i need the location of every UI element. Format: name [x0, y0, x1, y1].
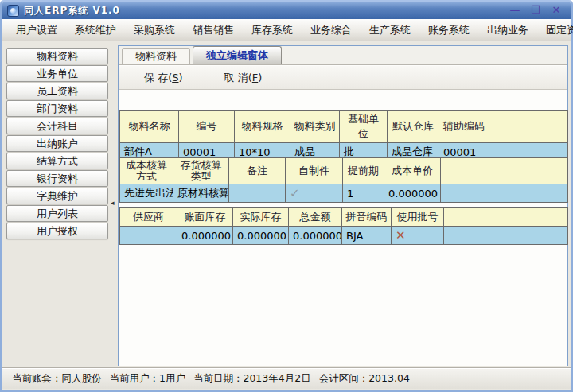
- col-book-stock: 账面库存: [177, 208, 233, 227]
- cell-self-made-check-icon[interactable]: ✓: [286, 184, 343, 203]
- main-panel: 物料资料 独立编辑窗体 保 存(S) 取 消(F) 物料名称 编号 物料规格 物…: [118, 45, 568, 366]
- status-current-user: 当前用户：1用户: [110, 372, 185, 386]
- tab-independent-edit-window[interactable]: 独立编辑窗体: [193, 46, 282, 64]
- cell-pinyin-code[interactable]: BJA: [342, 227, 392, 245]
- cell-total-amount[interactable]: 0.000000: [289, 227, 342, 245]
- status-bar: 当前账套：同人股份 当前用户：1用户 当前日期：2013年4月2日 会计区间：2…: [2, 368, 571, 389]
- sidebar: 物料资料 业务单位 员工资料 部门资料 会计科目 出纳账户 结算方式 银行资料 …: [6, 48, 110, 240]
- erp-window: 同人ERP系统 V1.0 — ❐ ✕ 用户设置 系统维护 采购系统 销售销售 库…: [0, 0, 573, 392]
- col-supplier: 供应商: [120, 208, 177, 227]
- menu-cashier[interactable]: 出纳业务: [478, 21, 537, 40]
- col-inventory-accounting-type: 存货核算类型: [173, 158, 229, 184]
- sidebar-item-settlement-methods[interactable]: 结算方式: [6, 153, 108, 169]
- cell-remarks-selected[interactable]: [229, 184, 286, 203]
- menu-user-settings[interactable]: 用户设置: [7, 21, 66, 40]
- cell-lead-time[interactable]: 1: [343, 184, 384, 203]
- cell-inventory-accounting-type[interactable]: 原材料核算: [173, 184, 229, 203]
- col-remarks: 备注: [229, 158, 286, 184]
- cell-cost-method[interactable]: 先进先出法: [120, 184, 173, 203]
- col-default-warehouse: 默认仓库: [388, 111, 439, 143]
- cell-empty[interactable]: [444, 227, 568, 245]
- col-spec: 物料规格: [235, 111, 290, 143]
- status-current-account: 当前账套：同人股份: [12, 372, 102, 386]
- minimize-icon[interactable]: —: [509, 3, 521, 17]
- table-header-row: 成本核算方式 存货核算类型 备注 自制件 提前期 成本单价: [120, 158, 568, 184]
- col-code: 编号: [179, 111, 235, 143]
- cancel-button[interactable]: 取 消(F): [218, 68, 269, 87]
- body-area: 物料资料 业务单位 员工资料 部门资料 会计科目 出纳账户 结算方式 银行资料 …: [2, 41, 571, 368]
- sidebar-item-user-authorization[interactable]: 用户授权: [6, 223, 108, 239]
- title-bar[interactable]: 同人ERP系统 V1.0 — ❐ ✕: [2, 2, 571, 19]
- cell-book-stock[interactable]: 0.000000: [177, 227, 233, 245]
- maximize-icon[interactable]: ❐: [529, 3, 542, 17]
- status-accounting-period: 会计区间：2013.04: [319, 372, 410, 386]
- window-controls: — ❐ ✕: [509, 3, 566, 17]
- table-row: 0.000000 0.000000 0.000000 BJA ✕: [120, 227, 568, 245]
- tab-bar: 物料资料 独立编辑窗体: [119, 46, 567, 65]
- menu-bar: 用户设置 系统维护 采购系统 销售销售 库存系统 业务综合 生产系统 账务系统 …: [2, 19, 571, 41]
- menu-business-summary[interactable]: 业务综合: [302, 21, 361, 40]
- menu-sales[interactable]: 销售销售: [184, 21, 243, 40]
- col-empty: [441, 158, 568, 184]
- cell-empty[interactable]: [441, 184, 568, 203]
- material-basic-table: 物料名称 编号 物料规格 物料类别 基础单位 默认仓库 辅助编码 部件A 000…: [119, 110, 568, 161]
- collapse-arrow-icon[interactable]: ◂: [111, 199, 115, 207]
- menu-accounting[interactable]: 账务系统: [419, 21, 478, 40]
- window-title: 同人ERP系统 V1.0: [24, 4, 120, 17]
- tab-material-data[interactable]: 物料资料: [122, 48, 190, 64]
- stock-table: 供应商 账面库存 实际库存 总金额 拼音编码 使用批号 0.000000 0.0…: [119, 207, 568, 245]
- col-unit-cost: 成本单价: [384, 158, 441, 184]
- form-content: 物料名称 编号 物料规格 物料类别 基础单位 默认仓库 辅助编码 部件A 000…: [119, 91, 567, 366]
- sidebar-item-business-units[interactable]: 业务单位: [6, 65, 108, 82]
- menu-purchasing[interactable]: 采购系统: [125, 21, 184, 40]
- sidebar-item-bank-data[interactable]: 银行资料: [6, 170, 108, 187]
- sidebar-item-department-data[interactable]: 部门资料: [6, 100, 108, 117]
- menu-production[interactable]: 生产系统: [361, 21, 419, 40]
- close-icon[interactable]: ✕: [550, 3, 563, 17]
- sidebar-item-material-data[interactable]: 物料资料: [6, 48, 108, 64]
- col-self-made: 自制件: [286, 158, 343, 184]
- cell-use-batch-x-icon[interactable]: ✕: [392, 227, 444, 245]
- col-actual-stock: 实际库存: [233, 208, 289, 227]
- table-header-row: 供应商 账面库存 实际库存 总金额 拼音编码 使用批号: [120, 208, 568, 227]
- col-empty: [444, 208, 568, 227]
- col-empty: [489, 111, 568, 143]
- table-row: 先进先出法 原材料核算 ✓ 1 0.000000: [120, 184, 568, 203]
- sidebar-item-cashier-accounts[interactable]: 出纳账户: [6, 135, 108, 152]
- col-use-batch-no: 使用批号: [392, 208, 444, 227]
- sidebar-item-accounting-subjects[interactable]: 会计科目: [6, 118, 108, 134]
- save-button[interactable]: 保 存(S): [138, 68, 189, 87]
- col-aux-code: 辅助编码: [439, 111, 489, 143]
- table-header-row: 物料名称 编号 物料规格 物料类别 基础单位 默认仓库 辅助编码: [120, 111, 568, 143]
- sidebar-item-employee-data[interactable]: 员工资料: [6, 83, 108, 99]
- app-icon: [7, 5, 19, 17]
- cell-actual-stock[interactable]: 0.000000: [233, 227, 289, 245]
- col-category: 物料类别: [290, 111, 340, 143]
- status-current-date: 当前日期：2013年4月2日: [193, 372, 311, 386]
- menu-system-maintenance[interactable]: 系统维护: [66, 21, 125, 40]
- sidebar-splitter[interactable]: ◂: [111, 41, 117, 368]
- col-base-unit: 基础单位: [340, 111, 388, 143]
- cell-unit-cost[interactable]: 0.000000: [384, 184, 441, 203]
- toolbar: 保 存(S) 取 消(F): [119, 66, 567, 90]
- costing-table: 成本核算方式 存货核算类型 备注 自制件 提前期 成本单价 先进先出法 原材料核…: [119, 157, 568, 203]
- col-cost-method: 成本核算方式: [120, 158, 173, 184]
- cell-supplier[interactable]: [120, 227, 177, 245]
- sidebar-item-dictionary-maintenance[interactable]: 字典维护: [6, 188, 108, 204]
- col-total-amount: 总金额: [289, 208, 342, 227]
- menu-inventory[interactable]: 库存系统: [243, 21, 302, 40]
- menu-fixed-assets[interactable]: 固定资产: [537, 21, 573, 40]
- col-material-name: 物料名称: [120, 111, 179, 143]
- col-pinyin-code: 拼音编码: [342, 208, 392, 227]
- sidebar-item-user-list[interactable]: 用户列表: [6, 205, 108, 222]
- col-lead-time: 提前期: [343, 158, 384, 184]
